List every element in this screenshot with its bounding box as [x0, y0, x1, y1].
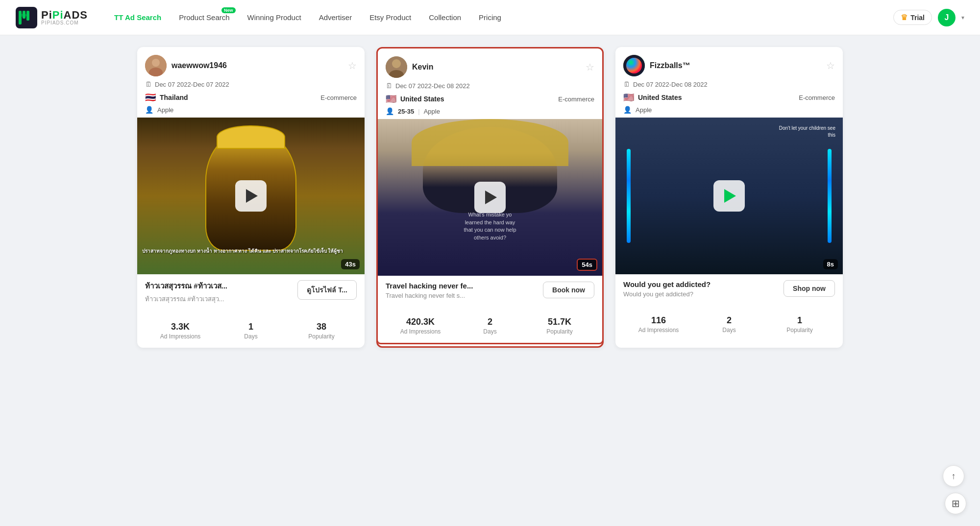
card-country-row-3: 🇺🇸 United States E-commerce: [623, 92, 835, 103]
ad-card-3: Fizzballs™ ☆ 🗓 Dec 07 2022-Dec 08 2022 🇺…: [615, 47, 843, 348]
chevron-down-icon[interactable]: ▾: [961, 14, 964, 21]
crown-icon: ♛: [901, 13, 907, 22]
advertiser-avatar-1: [145, 55, 167, 76]
stat-days-3: 2 Days: [694, 315, 764, 334]
person-icon-3: 👤: [623, 106, 632, 114]
play-triangle-1: [246, 189, 258, 203]
nav-item-winning-product[interactable]: Winning Product: [241, 10, 308, 24]
calendar-icon-2: 🗓: [386, 82, 392, 90]
advertiser-name-3: Fizzballs™: [650, 61, 690, 70]
video-duration-2: 54s: [577, 259, 597, 271]
card-stats-2: 420.3K Ad Impressions 2 Days 51.7K Popul…: [376, 311, 604, 344]
video-duration-3: 8s: [823, 259, 838, 269]
card-cta-1: ท้าวเวสสุวรรณ #ท้าวเวส... ท้าวเวสสุวรรณ …: [145, 280, 357, 310]
calendar-icon-3: 🗓: [623, 80, 630, 88]
card-cta-2: Travel hacking never fe... Travel hackin…: [386, 282, 594, 305]
logo-domain: PIPIADS.COM: [41, 21, 88, 25]
country-1: 🇹🇭 Thailand: [145, 92, 188, 103]
video-overlay-text-1: ปราสาทจากภูทองทางบก ทางน้ำ ทางอากาศ ทาง …: [142, 248, 360, 255]
svg-rect-1: [19, 11, 22, 24]
trial-button[interactable]: ♛ Trial: [893, 10, 932, 25]
stat-popularity-value-1: 38: [286, 322, 357, 332]
stat-days-label-2: Days: [455, 328, 525, 335]
advertiser-name-2: Kevin: [412, 63, 434, 72]
card-meta-3: 🗓 Dec 07 2022-Dec 08 2022 🇺🇸 United Stat…: [615, 80, 843, 118]
card-cta-3: Would you get addicted? Would you get ad…: [623, 280, 835, 304]
stat-days-label-1: Days: [216, 333, 286, 340]
advertiser-info-1: waewwow1946: [145, 55, 227, 76]
svg-rect-4: [19, 14, 26, 17]
video-thumbnail-1[interactable]: ปราสาทจากภูทองทางบก ทางน้ำ ทางอากาศ ทาง …: [137, 118, 365, 274]
card-header-1: waewwow1946 ☆: [137, 47, 365, 80]
play-button-1[interactable]: [235, 180, 267, 212]
nav-item-tt-ad-search[interactable]: TT Ad Search: [107, 10, 168, 24]
stat-impressions-value-2: 420.3K: [386, 317, 455, 327]
cta-button-1[interactable]: ดูโปรไฟล์ T...: [297, 280, 357, 300]
country-2: 🇺🇸 United States: [386, 94, 444, 104]
cta-texts-2: Travel hacking never fe... Travel hackin…: [386, 282, 538, 305]
stat-impressions-3: 116 Ad Impressions: [623, 315, 694, 334]
advertiser-name-1: waewwow1946: [172, 61, 227, 70]
cta-texts-1: ท้าวเวสสุวรรณ #ท้าวเวส... ท้าวเวสสุวรรณ …: [145, 280, 293, 310]
stat-popularity-2: 51.7K Popularity: [525, 317, 594, 335]
cards-grid: waewwow1946 ☆ 🗓 Dec 07 2022-Dec 07 2022 …: [137, 47, 843, 348]
card-stats-1: 3.3K Ad Impressions 1 Days 38 Popularity: [137, 316, 365, 348]
stat-days-value-1: 1: [216, 322, 286, 332]
logo[interactable]: PiPiADS PIPIADS.COM: [16, 7, 88, 28]
category-2: E-commerce: [558, 96, 594, 103]
nav-item-advertiser[interactable]: Advertiser: [312, 10, 359, 24]
svg-point-9: [392, 59, 401, 68]
nav-item-pricing[interactable]: Pricing: [472, 10, 508, 24]
stat-days-label-3: Days: [694, 327, 764, 334]
card-date-1: 🗓 Dec 07 2022-Dec 07 2022: [145, 80, 357, 88]
card-header-3: Fizzballs™ ☆: [615, 47, 843, 80]
country-3: 🇺🇸 United States: [623, 92, 682, 103]
cta-button-3[interactable]: Shop now: [784, 280, 835, 297]
nav-item-collection[interactable]: Collection: [422, 10, 468, 24]
cta-button-2[interactable]: Book now: [543, 282, 594, 298]
card-date-3: 🗓 Dec 07 2022-Dec 08 2022: [623, 80, 835, 88]
category-1: E-commerce: [320, 94, 357, 101]
nav-item-etsy-product[interactable]: Etsy Product: [363, 10, 418, 24]
card-footer-1: ท้าวเวสสุวรรณ #ท้าวเวส... ท้าวเวสสุวรรณ …: [137, 274, 365, 316]
favorite-button-3[interactable]: ☆: [826, 60, 835, 72]
scroll-to-top-button[interactable]: ↑: [943, 465, 964, 487]
stat-impressions-1: 3.3K Ad Impressions: [145, 322, 216, 340]
play-button-3[interactable]: [713, 180, 745, 212]
flag-3: 🇺🇸: [623, 92, 634, 103]
ad-card-2: Kevin ☆ 🗓 Dec 07 2022-Dec 08 2022 🇺🇸 Uni…: [376, 47, 604, 348]
advertiser-avatar-2: [386, 56, 407, 78]
stat-popularity-label-1: Popularity: [286, 333, 357, 340]
stat-popularity-1: 38 Popularity: [286, 322, 357, 340]
card-meta-1: 🗓 Dec 07 2022-Dec 07 2022 🇹🇭 Thailand E-…: [137, 80, 365, 118]
stat-days-value-3: 2: [694, 315, 764, 326]
card-footer-3: Would you get addicted? Would you get ad…: [615, 274, 843, 310]
svg-point-6: [152, 59, 160, 67]
favorite-button-2[interactable]: ☆: [586, 61, 594, 73]
video-thumbnail-3[interactable]: Don't let your children seethis 8s: [615, 118, 843, 274]
video-thumbnail-2[interactable]: What's mistake yolearned the hard waytha…: [378, 119, 602, 276]
avatar[interactable]: J: [938, 9, 956, 26]
stat-days-value-2: 2: [455, 317, 525, 327]
stat-impressions-value-3: 116: [623, 315, 694, 326]
person-icon-1: 👤: [145, 106, 153, 114]
play-button-2[interactable]: [474, 182, 506, 213]
platform-row-3: 👤 Apple: [623, 106, 835, 114]
calendar-icon-1: 🗓: [145, 80, 152, 88]
card-title-3: Would you get addicted?: [623, 280, 779, 288]
nav-item-product-search[interactable]: Product Search New: [172, 10, 236, 24]
stat-popularity-3: 1 Popularity: [764, 315, 835, 334]
logo-icon: [16, 7, 37, 28]
card-title-2: Travel hacking never fe...: [386, 282, 538, 290]
card-title-1: ท้าวเวสสุวรรณ #ท้าวเวส...: [145, 280, 293, 292]
favorite-button-1[interactable]: ☆: [348, 60, 357, 72]
advertiser-info-3: Fizzballs™: [623, 55, 690, 76]
advertiser-avatar-3: [623, 55, 645, 76]
video-duration-1: 43s: [341, 259, 360, 269]
platform-row-2: 👤 25-35 | Apple: [386, 107, 594, 115]
help-button[interactable]: ⊞: [945, 493, 966, 514]
product-search-badge: New: [221, 7, 236, 13]
flag-2: 🇺🇸: [386, 94, 396, 104]
stat-popularity-value-3: 1: [764, 315, 835, 326]
stat-impressions-value-1: 3.3K: [145, 322, 216, 332]
